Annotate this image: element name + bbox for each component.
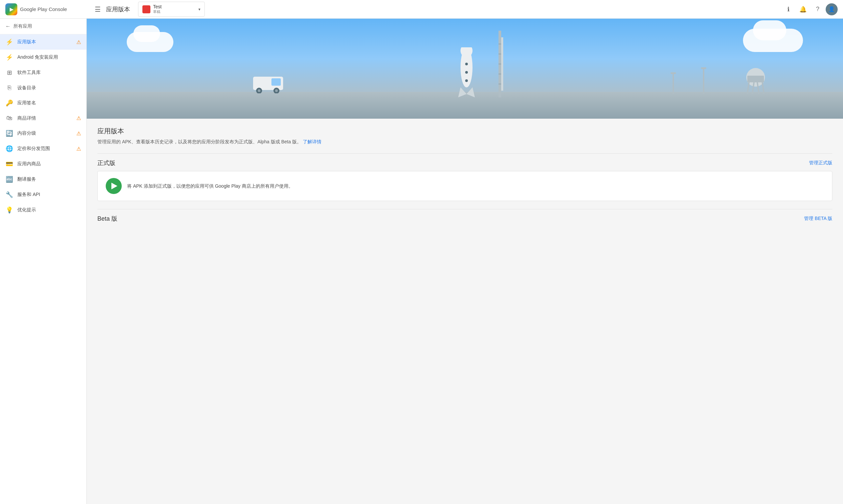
android-instant-icon: ⚡ (5, 54, 13, 61)
optimization-icon: 💡 (5, 206, 13, 214)
production-card-content: 将 APK 添加到正式版，以便您的应用可供 Google Play 商店上的所有… (98, 171, 832, 201)
app-icon (142, 5, 150, 13)
main-page-title: 应用版本 (97, 127, 124, 136)
sidebar-label-product-details: 商品详情 (17, 115, 72, 121)
cloud-left (127, 32, 174, 52)
warning-icon-pricing: ⚠ (76, 146, 81, 152)
svg-point-12 (465, 71, 468, 74)
svg-point-13 (465, 79, 468, 82)
user-avatar[interactable]: 👤 (826, 3, 838, 15)
svg-line-26 (747, 82, 749, 94)
main-layout: ← 所有应用 ⚡ 应用版本 ⚠ ⚡ Android 免安装应用 ⊞ 软件工具库 … (0, 19, 843, 504)
chevron-down-icon: ▾ (198, 7, 200, 12)
content-rating-icon: 🔄 (5, 130, 13, 137)
app-signing-icon: 🔑 (5, 99, 13, 107)
topbar-icons: ℹ 🔔 ? 👤 (782, 3, 838, 16)
sidebar-item-content-rating[interactable]: 🔄 内容分级 ⚠ (0, 126, 86, 141)
play-triangle-icon (111, 183, 118, 189)
learn-more-link[interactable]: 了解详情 (303, 139, 321, 144)
pricing-icon: 🌐 (5, 145, 13, 152)
in-app-products-icon: 💳 (5, 160, 13, 168)
back-arrow-icon: ← (5, 23, 11, 29)
sidebar-label-app-signing: 应用签名 (17, 100, 81, 106)
van (253, 73, 286, 95)
sidebar-back-button[interactable]: ← 所有应用 (0, 19, 86, 34)
sidebar-item-app-version[interactable]: ⚡ 应用版本 ⚠ (0, 34, 86, 50)
sidebar-label-pricing: 定价和分发范围 (17, 146, 72, 152)
beta-section-header: Beta 版 管理 BETA 版 (97, 209, 832, 227)
street-light-2 (700, 67, 707, 95)
menu-button[interactable]: ☰ (92, 3, 103, 16)
content-area: 应用版本 管理应用的 APK、查看版本历史记录，以及将您的应用分阶段发布为正式版… (87, 19, 843, 504)
sidebar-label-app-version: 应用版本 (17, 39, 72, 45)
info-button[interactable]: ℹ (782, 3, 795, 16)
sidebar-item-software-library[interactable]: ⊞ 软件工具库 (0, 65, 86, 80)
manage-beta-link[interactable]: 管理 BETA 版 (804, 216, 832, 222)
svg-rect-22 (703, 69, 704, 94)
svg-rect-23 (701, 67, 706, 69)
sidebar-label-in-app-products: 应用内商品 (17, 161, 81, 167)
sidebar-item-pricing[interactable]: 🌐 定价和分发范围 ⚠ (0, 141, 86, 156)
notifications-button[interactable]: 🔔 (796, 3, 810, 16)
page-description: 管理应用的 APK、查看版本历史记录，以及将您的应用分阶段发布为正式版、Alph… (97, 138, 832, 145)
sidebar: ← 所有应用 ⚡ 应用版本 ⚠ ⚡ Android 免安装应用 ⊞ 软件工具库 … (0, 19, 87, 504)
svg-line-29 (762, 82, 764, 94)
manage-production-link[interactable]: 管理正式版 (809, 160, 832, 166)
app-status: 草稿 (153, 9, 196, 14)
svg-point-19 (275, 89, 278, 92)
app-version-icon: ⚡ (5, 38, 13, 46)
svg-marker-10 (467, 87, 475, 97)
topbar-right: ☰ 应用版本 Test 草稿 ▾ ℹ 🔔 ? 👤 (92, 2, 838, 17)
svg-point-11 (465, 63, 468, 65)
sidebar-label-software-library: 软件工具库 (17, 70, 81, 76)
sidebar-item-services-api[interactable]: 🔧 服务和 API (0, 187, 86, 202)
page-title-row: 应用版本 (97, 127, 832, 136)
sidebar-label-content-rating: 内容分级 (17, 130, 72, 136)
launch-tower (486, 31, 513, 99)
play-icon-green (106, 178, 122, 194)
sidebar-item-device-catalog[interactable]: ⎘ 设备目录 (0, 80, 86, 95)
help-button[interactable]: ? (811, 3, 824, 16)
sidebar-item-product-details[interactable]: 🛍 商品详情 ⚠ (0, 111, 86, 126)
svg-rect-20 (672, 74, 674, 94)
sidebar-label-device-catalog: 设备目录 (17, 85, 81, 91)
svg-rect-25 (747, 76, 764, 82)
sidebar-label-optimization: 优化提示 (17, 207, 81, 213)
description-text: 管理应用的 APK、查看版本历史记录，以及将您的应用分阶段发布为正式版、Alph… (97, 139, 302, 144)
sidebar-item-android-instant[interactable]: ⚡ Android 免安装应用 (0, 50, 86, 65)
cloud-right (743, 29, 803, 52)
svg-point-18 (258, 89, 261, 92)
software-library-icon: ⊞ (5, 69, 13, 76)
svg-marker-9 (458, 87, 467, 97)
app-selector[interactable]: Test 草稿 ▾ (138, 2, 205, 17)
production-card: 将 APK 添加到正式版，以便您的应用可供 Google Play 商店上的所有… (97, 171, 832, 201)
product-details-icon: 🛍 (5, 115, 13, 122)
svg-rect-21 (670, 72, 676, 74)
services-api-icon: 🔧 (5, 191, 13, 198)
app-name: Test (153, 4, 196, 9)
production-card-text: 将 APK 添加到正式版，以便您的应用可供 Google Play 商店上的所有… (127, 183, 293, 190)
sidebar-label-android-instant: Android 免安装应用 (17, 54, 81, 60)
sidebar-label-services-api: 服务和 API (17, 192, 81, 198)
warning-icon-product-details: ⚠ (76, 115, 81, 121)
page-title-header: 应用版本 (106, 5, 130, 13)
sidebar-item-translation[interactable]: 🔤 翻译服务 (0, 172, 86, 187)
logo-icon: ▶ (5, 3, 17, 15)
water-tower (744, 67, 767, 95)
sidebar-item-app-signing[interactable]: 🔑 应用签名 (0, 95, 86, 111)
rocket (458, 47, 475, 99)
page-content: 应用版本 管理应用的 APK、查看版本历史记录，以及将您的应用分阶段发布为正式版… (87, 119, 843, 235)
app-title: Google Play Console (20, 6, 67, 12)
beta-title: Beta 版 (97, 215, 118, 223)
sidebar-item-in-app-products[interactable]: 💳 应用内商品 (0, 156, 86, 172)
device-catalog-icon: ⎘ (5, 84, 13, 91)
svg-rect-1 (501, 37, 503, 91)
sidebar-back-label: 所有应用 (13, 23, 32, 29)
hero-image (87, 19, 843, 119)
warning-icon-content-rating: ⚠ (76, 130, 81, 137)
sidebar-label-translation: 翻译服务 (17, 176, 81, 182)
app-info: Test 草稿 (153, 4, 196, 14)
production-title: 正式版 (97, 159, 115, 167)
topbar: ▶ Google Play Console ☰ 应用版本 Test 草稿 ▾ ℹ… (0, 0, 843, 19)
sidebar-item-optimization[interactable]: 💡 优化提示 (0, 202, 86, 218)
